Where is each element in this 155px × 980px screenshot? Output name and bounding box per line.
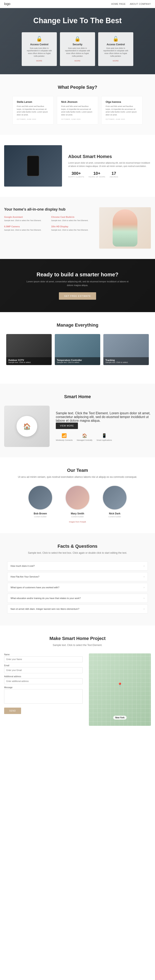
testimonial-text-1: Proin and felis amet sed faucibus turpis…	[61, 105, 94, 116]
about-smart-section: About Smart Homes Lorem ipsum dolor sit …	[0, 135, 155, 197]
testimonial-date-1: OCTOBER, JUNE 2020	[61, 118, 94, 120]
hub-chrome-desc: Sample text. Click to select the Text El…	[51, 219, 95, 222]
name-input[interactable]	[4, 656, 83, 662]
hero-card-desc-3: Duis aute irure dolor in reprehenderit i…	[102, 47, 129, 57]
cta-button[interactable]: GET FREE ESTIMATE	[59, 292, 96, 300]
avatar-nick	[102, 485, 127, 510]
nav-home[interactable]: HOME PAGE	[111, 3, 126, 5]
team-role-bob: Content builder	[24, 515, 57, 518]
smart-home-title: Smart Home	[4, 394, 151, 399]
address-field: Additional address	[4, 675, 83, 684]
manage-title: Manage Everything	[4, 323, 151, 328]
address-label: Additional address	[4, 675, 83, 678]
faq-description: Sample text. Click to select the text bo…	[4, 551, 151, 555]
faq-item-4[interactable]: Nam et armet nibh diam. Integer laoreet …	[7, 605, 148, 614]
hub-item-camera: 6.5MP Camera Sample text. Click to selec…	[4, 225, 48, 232]
faq-question-0: How much does it cost?	[11, 565, 35, 567]
address-input[interactable]	[4, 678, 83, 684]
woman-figure	[112, 209, 138, 247]
tracking-label: Tracking Sample text. Click to select.	[103, 357, 149, 365]
hero-card-more-3[interactable]: MORE	[113, 60, 119, 62]
chevron-down-icon-1: ›	[144, 575, 144, 578]
phone-mockup	[27, 156, 39, 176]
testimonial-date-0: OCTOBER, JUNE 2020	[17, 118, 49, 120]
email-label: Email	[4, 664, 83, 667]
cctv-title: Outdoor CCTV	[8, 359, 50, 361]
smart-content: Sample text. Click the Text Element. Lor…	[56, 411, 151, 441]
stat-awards-number: 17	[109, 171, 118, 176]
name-field: Name	[4, 654, 83, 662]
hero-card-security: 🔒 Security Duis aute irure dolor in repr…	[60, 32, 95, 66]
faq-section: Facts & Questions Sample text. Click to …	[0, 533, 155, 625]
message-label: Message	[4, 686, 83, 689]
team-title: Our Team	[4, 468, 151, 473]
testimonial-stella: Stella Larsen Proin and felis amet sed f…	[13, 96, 54, 124]
email-field: Email	[4, 664, 83, 673]
testimonials-section: What People Say? Stella Larsen Proin and…	[0, 74, 155, 135]
cta-section: Ready to build a smarter home? Lorem ips…	[0, 259, 155, 312]
faq-item-2[interactable]: What types of customers have you worked …	[7, 583, 148, 592]
avatar-mary	[65, 485, 90, 510]
security-icon: 🔒	[64, 36, 91, 42]
stat-clients: 300+ HAPPY CLIENTS	[68, 171, 84, 178]
freepik-link[interactable]: Images from Freepik	[69, 521, 86, 523]
chevron-down-icon-3: ›	[144, 597, 144, 600]
faq-title: Facts & Questions	[4, 544, 151, 549]
hub-title: Your home's all-in-one display hub	[4, 207, 95, 212]
testimonial-name-2: Olga Ivanova	[106, 100, 138, 103]
hero-title: Change Live To The Best	[33, 16, 122, 25]
stat-awards: 17 AWARDS	[109, 171, 118, 178]
hero-card-access-2: 🔓 Access Control Duis aute irure dolor i…	[98, 32, 133, 66]
faq-question-4: Nam et armet nibh diam. Integer laoreet …	[11, 608, 79, 610]
testimonial-text-2: Proin and felis amet sed faucibus turpis…	[106, 105, 138, 116]
map-pin-icon: 📍	[117, 682, 123, 687]
contact-form: Name Email Additional address Message SE…	[4, 654, 83, 726]
apps-label: Smart Applications	[96, 439, 112, 441]
navigation: logo HOME PAGE ABOUT COMPANY	[0, 0, 155, 8]
hub-display-title: 10in HD Display	[51, 225, 95, 228]
smart-description: Sample text. Click the Text Element. Lor…	[56, 411, 151, 423]
smart-icons: 📶 Wirelessly Connects 🏠 Managed Centrall…	[56, 433, 151, 441]
access-control-icon-2: 🔓	[102, 36, 129, 42]
chevron-down-icon-4: ›	[144, 608, 144, 610]
hero-card-title-3: Access Control	[102, 43, 129, 46]
hub-grid: Google Assistant Sample text. Click to s…	[4, 216, 95, 231]
cta-description: Lorem ipsum dolor sit amet, consectetur …	[26, 280, 129, 287]
hero-card-title-2: Security	[64, 43, 91, 46]
faq-list: How much does it cost? › How Flat Are Yo…	[7, 562, 148, 614]
view-more-button[interactable]: VIEW MORE	[56, 423, 78, 429]
team-role-nick: Content builder	[98, 515, 131, 518]
smart-home-section: Smart Home 🏠 Sample text. Click the Text…	[0, 384, 155, 457]
temp-title: Temperature Controller	[57, 359, 98, 361]
nav-about[interactable]: ABOUT COMPANY	[130, 3, 151, 5]
stats: 300+ HAPPY CLIENTS 10+ YEARS OF WORK 17 …	[68, 171, 151, 178]
contact-map: 📍 New York	[89, 654, 151, 726]
about-inner: About Smart Homes Lorem ipsum dolor sit …	[4, 145, 151, 186]
display-hub-section: Your home's all-in-one display hub Googl…	[0, 197, 155, 259]
hero-card-more-2[interactable]: MORE	[74, 60, 81, 62]
faq-question-3: What education and/or training do you ha…	[11, 597, 81, 600]
contact-inner: Name Email Additional address Message SE…	[4, 654, 151, 726]
manage-card-temp: Temperature Controller Sample text. Clic…	[55, 334, 100, 365]
hub-features: Your home's all-in-one display hub Googl…	[4, 207, 95, 249]
manage-card-tracking: Tracking Sample text. Click to select.	[103, 334, 149, 365]
faq-item-1[interactable]: How Flat Are Your Services? ›	[7, 572, 148, 581]
hub-chrome-title: Chrome Cast Build-In	[51, 216, 95, 218]
faq-question-2: What types of customers have you worked …	[11, 586, 59, 589]
email-input[interactable]	[4, 667, 83, 673]
hub-inner: Your home's all-in-one display hub Googl…	[4, 207, 151, 249]
team-member-nick: Nick Dark Content builder	[98, 485, 131, 518]
faq-item-0[interactable]: How much does it cost? ›	[7, 562, 148, 570]
faq-item-3[interactable]: What education and/or training do you ha…	[7, 593, 148, 603]
team-member-mary: Mary Smith Content builder	[61, 485, 94, 518]
hero-card-desc-1: Duis aute irure dolor in reprehenderit i…	[26, 47, 53, 57]
hero-card-more-1[interactable]: MORE	[36, 60, 43, 62]
message-textarea[interactable]	[4, 689, 83, 704]
smart-icon-managed: 🏠 Managed Centrally	[77, 433, 93, 441]
testimonials-title: What People Say?	[4, 84, 151, 90]
hub-google-title: Google Assistant	[4, 216, 48, 218]
submit-button[interactable]: SEND	[4, 708, 21, 714]
chevron-down-icon-0: ›	[144, 565, 144, 567]
team-section: Our Team Ut arcu ad minim veniam, quis n…	[0, 457, 155, 533]
testimonial-name-0: Stella Larsen	[17, 100, 49, 103]
